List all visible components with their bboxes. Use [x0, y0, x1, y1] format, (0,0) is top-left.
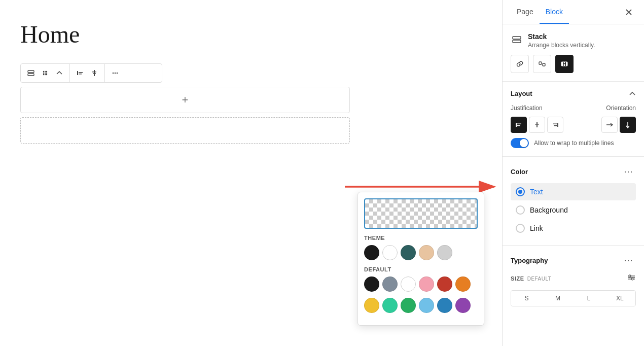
- justify-left-btn[interactable]: [511, 117, 527, 133]
- theme-color-white[interactable]: [382, 245, 398, 260]
- add-block-btn[interactable]: +: [20, 87, 350, 113]
- stack-info: Stack Arrange blocks vertically.: [528, 32, 595, 49]
- typography-section: Typography ⋯ SIZE DEFAULT S M L XL: [503, 246, 644, 315]
- svg-point-2: [43, 71, 44, 72]
- default-color-yellow[interactable]: [364, 298, 379, 313]
- orientation-horizontal-btn[interactable]: [601, 117, 618, 133]
- default-color-red[interactable]: [437, 276, 452, 292]
- stack-link-btn[interactable]: [511, 55, 529, 73]
- orientation-btns: [601, 117, 636, 133]
- svg-point-43: [629, 275, 631, 277]
- justify-center-btn[interactable]: [529, 117, 545, 133]
- stack-ungroup-btn[interactable]: [533, 55, 551, 73]
- svg-rect-32: [517, 125, 520, 126]
- orientation-label: Orientation: [606, 105, 636, 112]
- svg-rect-36: [553, 124, 557, 125]
- toolbar-align-center-btn[interactable]: [87, 66, 101, 80]
- toolbar-grid-btn[interactable]: [38, 66, 52, 80]
- layout-header: Layout: [511, 90, 636, 97]
- default-color-orange[interactable]: [455, 276, 471, 292]
- theme-color-light-gray[interactable]: [437, 245, 452, 260]
- default-color-teal[interactable]: [382, 298, 398, 313]
- justification-label: Justification: [511, 105, 543, 112]
- color-picker-swatch[interactable]: [364, 198, 478, 229]
- page-title: Home: [20, 20, 482, 48]
- stack-controls: H: [511, 55, 636, 73]
- svg-rect-27: [543, 63, 545, 66]
- default-color-light-blue[interactable]: [419, 298, 434, 313]
- layout-collapse-icon[interactable]: [629, 90, 636, 97]
- default-color-green[interactable]: [401, 298, 416, 313]
- radio-link: [516, 224, 525, 233]
- theme-swatches: [364, 245, 478, 260]
- radio-text: [516, 187, 525, 196]
- size-default: DEFAULT: [527, 276, 552, 282]
- tab-block[interactable]: Block: [540, 1, 569, 24]
- size-s-btn[interactable]: S: [511, 291, 542, 306]
- svg-rect-37: [554, 125, 557, 126]
- svg-rect-15: [92, 72, 96, 73]
- size-m-btn[interactable]: M: [542, 291, 573, 306]
- color-title: Color: [511, 168, 528, 176]
- stack-header: Stack Arrange blocks vertically.: [511, 32, 636, 49]
- toolbar-more-btn[interactable]: [108, 66, 122, 80]
- svg-point-18: [115, 73, 116, 74]
- size-adjust-icon[interactable]: [627, 273, 636, 284]
- stack-fill-btn[interactable]: H: [555, 55, 574, 73]
- svg-point-7: [46, 73, 47, 74]
- default-color-black[interactable]: [364, 276, 379, 292]
- main-canvas: Home: [0, 0, 502, 346]
- toolbar-group-layout: [21, 64, 70, 82]
- theme-color-peach[interactable]: [419, 245, 434, 260]
- size-l-btn[interactable]: L: [574, 291, 604, 306]
- color-option-text[interactable]: Text: [511, 183, 636, 200]
- toolbar-group-align: [70, 64, 105, 82]
- color-option-link[interactable]: Link: [511, 220, 636, 237]
- orientation-vertical-btn[interactable]: [620, 117, 636, 133]
- svg-rect-24: [513, 37, 521, 39]
- justify-right-btn[interactable]: [547, 117, 563, 133]
- svg-rect-30: [516, 123, 517, 127]
- size-btns: S M L XL: [511, 290, 636, 306]
- color-section: Color ⋯ Text Background Link: [503, 157, 644, 246]
- color-more-btn[interactable]: ⋯: [621, 165, 636, 178]
- close-btn[interactable]: [622, 5, 636, 19]
- default-color-gray[interactable]: [382, 276, 398, 292]
- svg-rect-1: [28, 74, 34, 76]
- default-color-blue[interactable]: [437, 298, 452, 313]
- svg-rect-16: [93, 74, 96, 75]
- layout-section: Layout Justification Orientation: [503, 82, 644, 157]
- svg-rect-35: [557, 123, 558, 127]
- add-block-icon: +: [182, 93, 189, 107]
- svg-point-6: [45, 73, 46, 74]
- wrap-row: Allow to wrap to multiple lines: [511, 138, 636, 148]
- svg-rect-26: [539, 62, 542, 64]
- size-label: SIZE: [511, 275, 524, 282]
- toolbar-up-btn[interactable]: [52, 66, 66, 80]
- svg-point-17: [113, 73, 114, 74]
- color-picker-popup: THEME DEFAULT: [357, 192, 484, 326]
- typography-more-btn[interactable]: ⋯: [621, 254, 636, 267]
- size-xl-btn[interactable]: XL: [604, 291, 635, 306]
- layout-title: Layout: [511, 90, 532, 97]
- block-toolbar: [20, 63, 162, 83]
- default-color-white[interactable]: [401, 276, 416, 292]
- toolbar-align-left-btn[interactable]: [73, 66, 87, 80]
- theme-color-black[interactable]: [364, 245, 379, 260]
- svg-rect-25: [513, 40, 521, 43]
- wrap-toggle[interactable]: [511, 138, 529, 148]
- radio-background: [516, 205, 525, 215]
- tab-page[interactable]: Page: [511, 1, 540, 24]
- toolbar-group-more: [105, 64, 125, 82]
- svg-rect-13: [79, 74, 82, 75]
- justification-btns: [511, 117, 563, 133]
- typography-header: Typography ⋯: [511, 254, 636, 267]
- svg-rect-14: [94, 70, 95, 76]
- color-option-background[interactable]: Background: [511, 201, 636, 219]
- default-color-purple[interactable]: [455, 298, 471, 313]
- svg-point-3: [45, 71, 46, 72]
- toolbar-stack-btn[interactable]: [24, 66, 38, 80]
- svg-rect-12: [79, 72, 83, 73]
- default-color-pink[interactable]: [419, 276, 434, 292]
- theme-color-dark-teal[interactable]: [401, 245, 416, 260]
